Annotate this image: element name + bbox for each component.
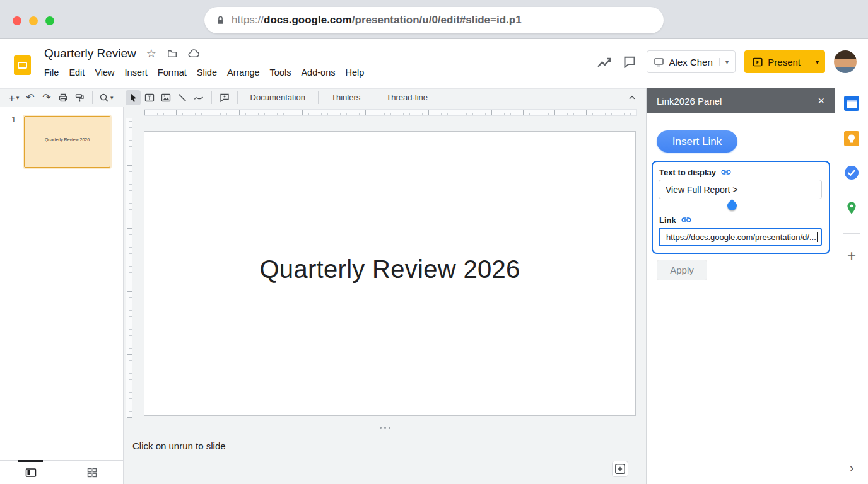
thumbnail-title: Quarterly Review 2026 (25, 137, 110, 142)
text-display-value: View Full Report > (666, 185, 738, 195)
notes-resize-handle[interactable] (124, 427, 646, 429)
menu-arrange[interactable]: Arrange (222, 66, 265, 79)
plus-icon: + (9, 93, 15, 103)
toolbar-separator (373, 91, 373, 104)
screen-icon (654, 57, 664, 67)
hide-side-panel-icon[interactable]: › (835, 460, 868, 476)
insert-curve-button[interactable] (191, 90, 206, 105)
screen: https://docs.google.com/presentation/u/0… (0, 0, 868, 484)
present-label: Present (768, 57, 801, 67)
maps-icon[interactable] (845, 200, 859, 216)
tasks-icon[interactable] (844, 165, 859, 180)
slide-filmstrip: 1 Quarterly Review 2026 (0, 107, 124, 460)
toolbar-documentation-button[interactable]: Documentation (243, 90, 313, 105)
text-box-button[interactable] (142, 90, 157, 105)
filmstrip-view-button[interactable] (0, 461, 62, 484)
text-cursor (739, 185, 740, 195)
present-button-group: Present ▾ (744, 50, 825, 73)
text-display-label-row: Text to display (659, 166, 732, 178)
document-title[interactable]: Quarterly Review (44, 47, 136, 60)
view-switcher (0, 460, 124, 484)
vertical-ruler (126, 118, 132, 418)
toolbar-thread-line-button[interactable]: Thread-line (378, 90, 435, 105)
header-actions: Alex Chen ▾ Present ▾ (596, 39, 857, 84)
app-header: Quarterly Review ☆ File Edit View Insert… (0, 39, 868, 84)
explore-button[interactable] (612, 461, 628, 477)
move-folder-icon[interactable] (167, 49, 178, 59)
toolbar-separator (237, 91, 238, 104)
menu-format[interactable]: Format (153, 66, 192, 79)
workspace-side-rail: + › (835, 88, 868, 484)
link-form: Text to display View Full Report > Link (652, 161, 830, 254)
print-button[interactable] (56, 90, 71, 105)
cloud-status-icon (188, 49, 200, 59)
text-selection-handle[interactable] (725, 199, 739, 212)
menu-edit[interactable]: Edit (64, 66, 90, 79)
link-chain-icon (681, 214, 692, 226)
insert-line-button[interactable] (175, 90, 190, 105)
link-chain-icon (720, 166, 732, 178)
rail-divider (843, 233, 860, 234)
text-display-label: Text to display (659, 168, 716, 177)
get-add-ons-icon[interactable]: + (835, 247, 868, 265)
select-tool-button[interactable] (126, 90, 141, 105)
present-button[interactable]: Present (744, 50, 809, 73)
toolbar-separator (120, 91, 120, 104)
grid-view-button[interactable] (62, 461, 124, 484)
slide-thumbnail[interactable]: Quarterly Review 2026 (24, 116, 110, 168)
insert-comment-button[interactable] (217, 90, 232, 105)
insert-link-button[interactable]: Insert Link (657, 130, 737, 153)
insert-image-button[interactable] (158, 90, 173, 105)
link-url-input[interactable]: https://docs.google.com/presentation/d/.… (659, 228, 822, 246)
present-dropdown-button[interactable]: ▾ (809, 50, 825, 73)
zoom-button[interactable]: ▾ (98, 90, 115, 105)
text-cursor (817, 232, 818, 242)
slides-logo-inner (18, 62, 27, 69)
apply-button[interactable]: Apply (657, 260, 707, 280)
paint-format-icon[interactable] (72, 90, 87, 105)
close-panel-icon[interactable]: × (818, 95, 824, 107)
collaborator-caret-icon[interactable]: ▾ (719, 58, 729, 66)
slide-title-text[interactable]: Quarterly Review 2026 (144, 255, 635, 284)
main-toolbar: + ▾ ↶ ↷ ▾ (0, 88, 646, 107)
window-minimize-button[interactable] (29, 16, 38, 25)
keep-icon[interactable] (844, 131, 859, 146)
canvas-area: Quarterly Review 2026 Click on unrun to … (124, 107, 646, 484)
address-bar[interactable]: https://docs.google.com/presentation/u/0… (204, 7, 664, 33)
window-close-button[interactable] (13, 16, 21, 25)
menu-file[interactable]: File (44, 66, 64, 79)
slide-canvas[interactable]: Quarterly Review 2026 (144, 131, 636, 416)
speaker-notes[interactable]: Click on unrun to slide (132, 441, 226, 451)
new-slide-button[interactable]: + ▾ (6, 90, 21, 105)
menu-add-ons[interactable]: Add-ons (296, 66, 340, 79)
active-view-indicator (18, 460, 43, 462)
link-url-value: https://docs.google.com/presentation/d/.… (666, 233, 816, 242)
toolbar-separator (318, 91, 319, 104)
menu-view[interactable]: View (90, 66, 119, 79)
calendar-icon[interactable] (844, 96, 859, 111)
menu-tools[interactable]: Tools (265, 66, 296, 79)
notes-divider (124, 435, 646, 435)
hide-menus-icon[interactable] (625, 90, 640, 105)
star-icon[interactable]: ☆ (146, 48, 156, 59)
window-zoom-button[interactable] (45, 16, 54, 25)
menu-slide[interactable]: Slide (192, 66, 222, 79)
menu-insert[interactable]: Insert (120, 66, 153, 79)
panel-title: Link2026 Panel (657, 96, 722, 107)
user-avatar[interactable] (834, 50, 857, 73)
collaborator-button[interactable]: Alex Chen ▾ (647, 50, 736, 73)
horizontal-ruler (144, 109, 637, 116)
toolbar-separator (211, 91, 212, 104)
slides-logo-icon[interactable] (14, 55, 31, 75)
link-panel-header: Link2026 Panel × (647, 88, 835, 113)
zoom-caret-icon: ▾ (110, 95, 114, 101)
link-panel: Link2026 Panel × Insert Link Text to dis… (646, 88, 835, 484)
collaborator-label: Alex Chen (669, 57, 713, 67)
activity-trend-icon[interactable] (596, 54, 613, 70)
text-display-input[interactable]: View Full Report > (659, 180, 822, 199)
undo-button[interactable]: ↶ (23, 90, 38, 105)
menu-help[interactable]: Help (340, 66, 369, 79)
toolbar-thinlers-button[interactable]: Thinlers (324, 90, 368, 105)
redo-button[interactable]: ↷ (39, 90, 54, 105)
comments-icon[interactable] (621, 54, 638, 70)
